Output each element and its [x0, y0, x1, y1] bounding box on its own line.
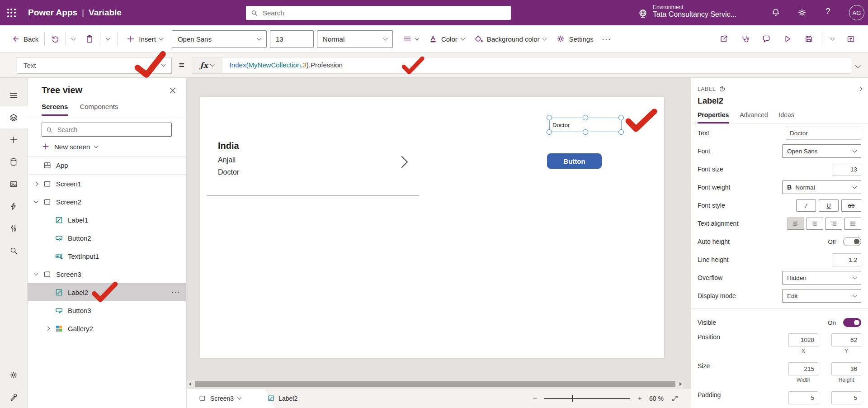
rail-item-menu[interactable] — [0, 84, 28, 106]
global-search-input[interactable] — [262, 9, 506, 17]
formula-text[interactable]: Index(MyNewCollection,3).Profession — [222, 61, 343, 69]
font-style-underline-button[interactable]: U — [819, 199, 839, 212]
share-icon[interactable] — [719, 34, 728, 43]
item-options-button[interactable]: ··· — [171, 288, 186, 296]
text-color-button[interactable]: Color — [429, 34, 464, 43]
settings-gear-icon[interactable] — [797, 8, 807, 18]
display-mode-select[interactable]: Edit — [782, 289, 861, 303]
visible-toggle[interactable] — [843, 318, 861, 327]
publish-icon[interactable] — [846, 34, 855, 43]
rail-item-tree-view[interactable] — [0, 106, 28, 128]
resize-handle[interactable] — [618, 115, 624, 120]
tree-item-button3[interactable]: Button3 — [28, 301, 186, 319]
help-circle-icon[interactable] — [719, 85, 726, 92]
rail-item-search[interactable] — [0, 239, 28, 261]
tree-item-screen1[interactable]: Screen1 — [28, 175, 186, 193]
notifications-bell-icon[interactable] — [771, 8, 781, 18]
save-icon[interactable] — [804, 34, 813, 43]
tab-advanced[interactable]: Advanced — [740, 111, 768, 123]
canvas-button-control[interactable]: Button — [547, 153, 602, 169]
settings-button[interactable]: Settings — [556, 34, 593, 43]
formula-expand-button[interactable] — [856, 61, 860, 69]
rail-item-advanced-tools[interactable] — [0, 386, 28, 408]
insert-button[interactable]: Insert — [126, 34, 163, 43]
property-selector[interactable]: Text — [17, 57, 172, 74]
gallery-next-arrow-icon[interactable] — [398, 155, 410, 169]
tree-item-screen2[interactable]: Screen2 — [28, 193, 186, 211]
back-button[interactable]: Back — [11, 34, 38, 43]
fx-menu[interactable]: ƒx — [192, 57, 222, 73]
rail-item-insert[interactable] — [0, 128, 28, 151]
font-select[interactable]: Open Sans — [782, 144, 861, 158]
zoom-slider[interactable] — [544, 398, 630, 399]
tab-properties[interactable]: Properties — [698, 111, 729, 123]
undo-menu-button[interactable] — [72, 38, 75, 40]
chevron-right-icon[interactable] — [33, 182, 43, 185]
font-weight-select[interactable]: Normal — [317, 30, 393, 48]
fit-to-window-icon[interactable] — [671, 394, 679, 403]
font-family-select[interactable]: Open Sans — [172, 30, 267, 48]
rail-item-power-automate[interactable] — [0, 195, 28, 217]
padding-value-0-input[interactable]: 5 — [788, 391, 818, 404]
align-center-button[interactable] — [807, 218, 823, 230]
tree-item-gallery2[interactable]: Gallery2 — [28, 319, 186, 337]
screen-canvas[interactable]: India Anjali Doctor Doctor Button — [200, 97, 664, 358]
avatar[interactable]: AG — [849, 5, 864, 20]
gallery-name-text[interactable]: Anjali — [218, 156, 236, 164]
paste-button[interactable] — [85, 34, 94, 43]
new-screen-button[interactable]: New screen — [28, 137, 186, 157]
tab-screens[interactable]: Screens — [42, 103, 68, 116]
position-x-input[interactable]: 1028 — [788, 333, 818, 346]
selected-label-control[interactable]: Doctor — [549, 118, 622, 132]
scroll-right-arrow-icon[interactable] — [677, 380, 684, 388]
padding-value-1-input[interactable]: 5 — [831, 391, 861, 404]
gallery-profession-text[interactable]: Doctor — [218, 168, 239, 176]
close-icon[interactable] — [168, 86, 177, 95]
scroll-left-arrow-icon[interactable] — [187, 380, 193, 388]
horizontal-scrollbar[interactable] — [187, 380, 684, 388]
auto-height-toggle[interactable] — [843, 237, 861, 246]
help-icon[interactable]: ? — [826, 6, 830, 16]
text-input[interactable]: Doctor — [786, 127, 861, 140]
formula-field[interactable]: ƒx Index(MyNewCollection,3).Profession — [192, 57, 851, 74]
position-y-input[interactable]: 62 — [831, 333, 861, 346]
resize-handle[interactable] — [547, 115, 552, 120]
zoom-in-button[interactable]: + — [637, 394, 642, 403]
app-checker-icon[interactable] — [741, 34, 750, 43]
chevron-down-icon[interactable] — [33, 274, 43, 275]
undo-button[interactable] — [51, 34, 60, 43]
resize-handle[interactable] — [618, 129, 624, 135]
tree-item-screen3[interactable]: Screen3 — [28, 265, 186, 283]
gallery-country-text[interactable]: India — [218, 141, 239, 151]
environment-picker[interactable]: Environment Tata Consultancy Servic... — [637, 4, 736, 19]
background-color-button[interactable]: Background color — [474, 34, 547, 43]
tree-item-button2[interactable]: Button2 — [28, 229, 186, 247]
more-commands-button[interactable]: ··· — [602, 34, 611, 44]
waffle-menu-button[interactable] — [0, 0, 23, 25]
preview-play-icon[interactable] — [783, 34, 792, 43]
tab-components[interactable]: Components — [80, 103, 118, 116]
font-style-strikethrough-button[interactable]: ab — [841, 199, 861, 212]
scrollbar-thumb[interactable] — [195, 381, 675, 387]
comments-icon[interactable] — [762, 34, 771, 43]
align-justify-button[interactable] — [844, 218, 861, 230]
save-menu-chevron-icon[interactable] — [830, 36, 835, 40]
tree-search[interactable] — [42, 123, 172, 137]
font-size-input[interactable]: 13 — [270, 30, 314, 48]
resize-handle[interactable] — [583, 129, 588, 135]
text-alignment-button[interactable] — [403, 34, 419, 43]
font-size-input[interactable]: 13 — [832, 163, 861, 176]
tree-item-label2[interactable]: Label2··· — [28, 283, 186, 301]
global-search[interactable] — [246, 6, 511, 20]
align-left-button[interactable] — [788, 218, 804, 230]
font-weight-select[interactable]: BNormal — [782, 180, 861, 194]
tree-item-app[interactable]: App — [28, 157, 186, 175]
rail-item-media[interactable] — [0, 173, 28, 195]
align-right-button[interactable] — [826, 218, 842, 230]
font-style-italic-button[interactable]: / — [796, 199, 816, 212]
zoom-slider-thumb[interactable] — [572, 395, 573, 402]
zoom-out-button[interactable]: − — [533, 394, 537, 403]
resize-handle[interactable] — [583, 115, 588, 120]
rail-item-settings[interactable] — [0, 364, 28, 386]
breadcrumb-control[interactable]: Label2 — [267, 394, 297, 402]
